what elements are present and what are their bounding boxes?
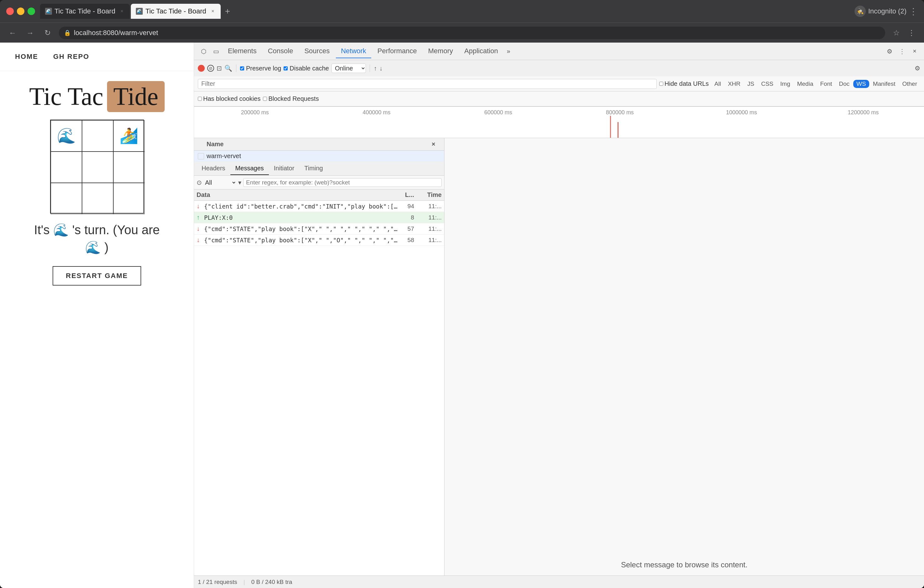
disable-cache-checkbox[interactable] (284, 66, 288, 71)
has-blocked-cookies-label[interactable]: Has blocked cookies (198, 95, 261, 102)
disable-cache-label[interactable]: Disable cache (284, 65, 329, 72)
game-cell-4[interactable] (82, 152, 113, 183)
tab-1-close[interactable]: × (119, 8, 125, 14)
filter-button[interactable]: ⊡ (216, 64, 222, 72)
message-row-1[interactable]: ↑ PLAY:X:0 8 11:... (194, 212, 444, 223)
restart-button[interactable]: RESTART GAME (53, 266, 141, 286)
maximize-window-button[interactable] (28, 8, 35, 15)
tab-network[interactable]: Network (336, 45, 371, 58)
message-row-3[interactable]: ↓ {"cmd":"STATE","play_book":["X"," ","O… (194, 235, 444, 246)
tab-application[interactable]: Application (459, 45, 503, 58)
message-time-1: 11:... (417, 214, 442, 221)
game-cell-6[interactable] (51, 183, 82, 214)
site-nav: HOME GH REPO (0, 43, 194, 71)
game-cell-7[interactable] (82, 183, 113, 214)
filter-js[interactable]: JS (744, 80, 757, 88)
hide-data-urls-label[interactable]: Hide data URLs (659, 80, 709, 88)
devtools-panel: ⬡ ▭ Elements Console Sources Network Per… (194, 43, 924, 588)
filter-other[interactable]: Other (899, 80, 920, 88)
messages-filter-icon[interactable]: ⊙ (196, 179, 202, 186)
message-time-2: 11:... (417, 225, 442, 232)
devtools-settings-area: ⚙ ⋮ × (884, 46, 920, 57)
upload-button[interactable]: ↑ (374, 65, 377, 72)
game-cell-5[interactable] (113, 152, 145, 183)
minimize-window-button[interactable] (17, 8, 25, 15)
filter-manifest[interactable]: Manifest (870, 80, 899, 88)
arrow-down-icon-2: ↓ (196, 225, 204, 232)
preserve-log-label[interactable]: Preserve log (240, 65, 281, 72)
filter-doc[interactable]: Doc (836, 80, 853, 88)
download-button[interactable]: ↓ (380, 65, 383, 72)
header-close[interactable]: × (432, 140, 441, 148)
filter-media[interactable]: Media (794, 80, 816, 88)
filter-xhr[interactable]: XHR (724, 80, 743, 88)
devtools-close-button[interactable]: × (909, 46, 920, 57)
nav-gh-repo[interactable]: GH REPO (53, 53, 89, 61)
network-settings-button[interactable]: ⚙ (915, 64, 920, 72)
game-cell-3[interactable] (51, 152, 82, 183)
has-blocked-cookies-checkbox[interactable] (198, 97, 202, 101)
tab-messages[interactable]: Messages (230, 162, 269, 175)
filter-input[interactable] (198, 79, 657, 89)
timeline-markers: 200000 ms 400000 ms 600000 ms 800000 ms … (194, 107, 924, 118)
blocked-requests-checkbox[interactable] (263, 97, 267, 101)
device-toolbar-button[interactable]: ▭ (210, 46, 222, 57)
hide-data-urls-checkbox[interactable] (659, 82, 663, 86)
filter-font[interactable]: Font (817, 80, 835, 88)
more-actions-button[interactable]: ⋮ (905, 26, 918, 39)
tab-1[interactable]: 🌊 Tic Tac Tide - Board × (40, 4, 130, 19)
game-cell-2[interactable]: 🏄 (113, 120, 145, 152)
stop-button[interactable]: ⊘ (207, 65, 214, 72)
tab-2-favicon: 🌊 (136, 8, 143, 15)
filter-img[interactable]: Img (777, 80, 794, 88)
tab-2[interactable]: 🌊 Tic Tac Tide - Board × (131, 4, 220, 19)
messages-filter: ⊙ All Sent Received ▾ (194, 176, 444, 190)
address-bar[interactable]: 🔒 localhost:8080/warm-vervet (59, 26, 885, 39)
menu-icon[interactable]: ⋮ (909, 6, 918, 17)
filter-ws[interactable]: WS (853, 80, 869, 88)
tab-sources[interactable]: Sources (299, 45, 335, 58)
messages-list-panel: Name × warm-vervet Headers Messages Init… (194, 138, 444, 575)
refresh-button[interactable]: ↻ (41, 26, 54, 39)
filter-css[interactable]: CSS (758, 80, 777, 88)
preserve-log-checkbox[interactable] (240, 66, 244, 71)
tab-initiator[interactable]: Initiator (269, 162, 300, 175)
regex-filter-input[interactable] (243, 178, 442, 187)
throttle-select[interactable]: Online Offline Fast 3G Slow 3G (332, 64, 366, 73)
devtools-settings-button[interactable]: ⚙ (884, 46, 895, 57)
record-button[interactable] (198, 65, 205, 72)
tab-elements[interactable]: Elements (223, 45, 262, 58)
tab-performance[interactable]: Performance (373, 45, 422, 58)
message-row-2[interactable]: ↓ {"cmd":"STATE","play_book":["X"," "," … (194, 223, 444, 235)
search-button[interactable]: 🔍 (224, 64, 232, 72)
tab-memory[interactable]: Memory (423, 45, 458, 58)
tab-timing[interactable]: Timing (299, 162, 328, 175)
star-button[interactable]: ☆ (890, 26, 903, 39)
new-tab-button[interactable]: + (222, 6, 233, 17)
timeline-marker-4: 1000000 ms (681, 109, 803, 116)
tab-2-close[interactable]: × (210, 8, 216, 14)
blocked-requests-label[interactable]: Blocked Requests (263, 95, 318, 102)
message-row-0[interactable]: ↓ {"client_id":"better.crab","cmd":"INIT… (194, 201, 444, 212)
arrow-down-icon-3: ↓ (196, 236, 204, 244)
tab-headers[interactable]: Headers (196, 162, 230, 175)
game-cell-0[interactable]: 🌊 (51, 120, 82, 152)
more-tabs-button[interactable]: » (504, 46, 513, 56)
filter-all[interactable]: All (711, 80, 724, 88)
game-cell-8[interactable] (113, 183, 145, 214)
devtools-tabs: ⬡ ▭ Elements Console Sources Network Per… (194, 43, 924, 60)
forward-button[interactable]: → (24, 26, 36, 39)
game-status: It's 🌊 's turn. (You are🌊 ) (34, 221, 160, 256)
close-window-button[interactable] (6, 8, 14, 15)
direction-select[interactable]: All Sent Received (204, 179, 236, 186)
row-checkbox (198, 153, 204, 159)
nav-home[interactable]: HOME (15, 53, 38, 61)
tab-console[interactable]: Console (263, 45, 298, 58)
inspect-element-button[interactable]: ⬡ (198, 46, 209, 57)
back-button[interactable]: ← (6, 26, 19, 39)
title-bar: 🌊 Tic Tac Tide - Board × 🌊 Tic Tac Tide … (0, 0, 924, 23)
direction-arrow[interactable]: ▾ (238, 179, 241, 186)
warm-vervet-row[interactable]: warm-vervet (194, 150, 444, 162)
devtools-more-button[interactable]: ⋮ (896, 46, 908, 57)
game-cell-1[interactable] (82, 120, 113, 152)
